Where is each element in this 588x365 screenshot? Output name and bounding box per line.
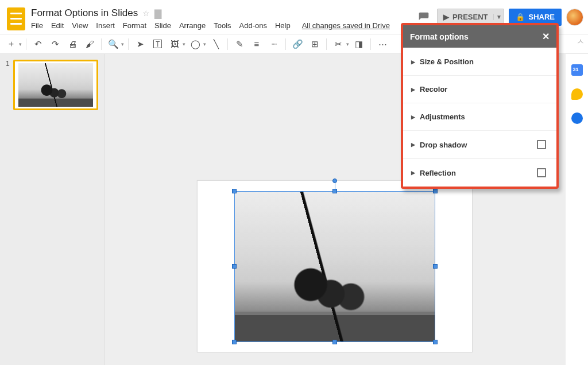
menu-help[interactable]: Help (275, 21, 291, 30)
folder-icon[interactable]: ▇ (154, 8, 161, 19)
line-tool[interactable]: ╲ (208, 37, 223, 52)
resize-handle-tl[interactable] (232, 189, 237, 193)
border-color-button[interactable]: ✎ (232, 37, 247, 52)
panel-size-position[interactable]: ▶ Size & Position (403, 48, 556, 75)
paint-format-button[interactable]: 🖌 (82, 37, 97, 52)
slide-thumb-1[interactable]: 1 (6, 60, 98, 110)
chevron-right-icon: ▶ (411, 87, 415, 92)
menu-view[interactable]: View (72, 21, 88, 30)
avatar[interactable] (566, 9, 583, 26)
panel-recolor[interactable]: ▶ Recolor (403, 75, 556, 103)
chevron-right-icon: ▶ (411, 142, 415, 147)
selection-border (234, 191, 435, 342)
resize-handle-b[interactable] (332, 340, 337, 344)
panel-label: Adjustments (420, 112, 465, 121)
menu-bar: File Edit View Insert Format Slide Arran… (31, 21, 415, 30)
panel-label: Drop shadow (420, 141, 467, 149)
keep-icon[interactable] (571, 88, 583, 100)
panel-adjustments[interactable]: ▶ Adjustments (403, 103, 556, 130)
play-icon: ▶ (443, 13, 449, 21)
chevron-right-icon: ▶ (411, 114, 415, 120)
panel-label: Recolor (420, 85, 447, 94)
menu-format[interactable]: Format (123, 21, 146, 30)
star-icon[interactable]: ☆ (142, 9, 150, 18)
crop-button[interactable]: ✂ (331, 37, 346, 52)
panel-drop-shadow[interactable]: ▶ Drop shadow (403, 130, 556, 158)
select-tool[interactable]: ➤ (133, 37, 148, 52)
calendar-icon[interactable] (571, 64, 583, 76)
panel-title: Format options (410, 32, 469, 41)
save-state[interactable]: All changes saved in Drive (302, 21, 390, 30)
collapse-toolbar-icon[interactable]: ㅅ (577, 37, 585, 47)
menu-slide[interactable]: Slide (154, 21, 171, 30)
menu-tools[interactable]: Tools (214, 21, 231, 30)
more-button[interactable]: ⋯ (375, 37, 390, 52)
panel-label: Size & Position (420, 57, 474, 66)
chevron-right-icon: ▶ (411, 170, 415, 176)
image-tool[interactable]: 🖼 (167, 37, 182, 52)
mask-button[interactable]: ◨ (351, 37, 366, 52)
new-slide-button[interactable]: ＋ (3, 37, 18, 52)
zoom-button[interactable]: 🔍 (106, 37, 121, 52)
menu-arrange[interactable]: Arrange (179, 21, 206, 30)
resize-handle-br[interactable] (433, 340, 438, 344)
slide-number: 1 (6, 60, 10, 110)
title-area: Format Options in Slides ☆ ▇ File Edit V… (31, 7, 415, 30)
resize-handle-l[interactable] (232, 264, 237, 269)
present-dropdown[interactable]: ▼ (493, 14, 504, 20)
drop-shadow-checkbox[interactable] (537, 140, 546, 149)
slides-logo[interactable] (5, 6, 28, 32)
undo-button[interactable]: ↶ (30, 37, 45, 52)
insert-link-button[interactable]: 🔗 (290, 37, 305, 52)
doc-title[interactable]: Format Options in Slides (31, 7, 138, 19)
resize-handle-tr[interactable] (433, 189, 438, 193)
panel-header: Format options ✕ (403, 25, 556, 48)
resize-handle-t[interactable] (332, 189, 337, 193)
slide-thumb-image (18, 63, 93, 107)
tasks-icon[interactable] (571, 112, 583, 124)
menu-file[interactable]: File (31, 21, 43, 30)
redo-button[interactable]: ↷ (48, 37, 63, 52)
print-button[interactable]: 🖨 (65, 37, 80, 52)
border-dash-button[interactable]: ┈ (266, 37, 281, 52)
slide[interactable] (197, 180, 473, 352)
menu-edit[interactable]: Edit (51, 21, 64, 30)
lock-icon: 🔒 (516, 13, 525, 21)
chevron-right-icon: ▶ (411, 59, 415, 65)
border-weight-button[interactable]: ≡ (249, 37, 264, 52)
panel-label: Reflection (420, 169, 456, 177)
close-icon[interactable]: ✕ (542, 31, 550, 42)
side-rail (565, 54, 588, 365)
menu-addons[interactable]: Add-ons (239, 21, 267, 30)
format-options-panel: Format options ✕ ▶ Size & Position ▶ Rec… (401, 23, 559, 189)
reflection-checkbox[interactable] (537, 168, 546, 177)
filmstrip: 1 (0, 54, 105, 365)
shape-tool[interactable]: ◯ (188, 37, 203, 52)
insert-comment-button[interactable]: ⊞ (307, 37, 322, 52)
menu-insert[interactable]: Insert (96, 21, 115, 30)
present-label: PRESENT (452, 13, 488, 21)
textbox-tool[interactable]: 🅃 (150, 37, 165, 52)
panel-reflection[interactable]: ▶ Reflection (403, 158, 556, 187)
resize-handle-bl[interactable] (232, 340, 237, 344)
resize-handle-r[interactable] (433, 264, 438, 269)
rotate-handle[interactable] (332, 178, 337, 183)
selected-image[interactable] (234, 191, 435, 342)
share-label: SHARE (528, 13, 555, 21)
